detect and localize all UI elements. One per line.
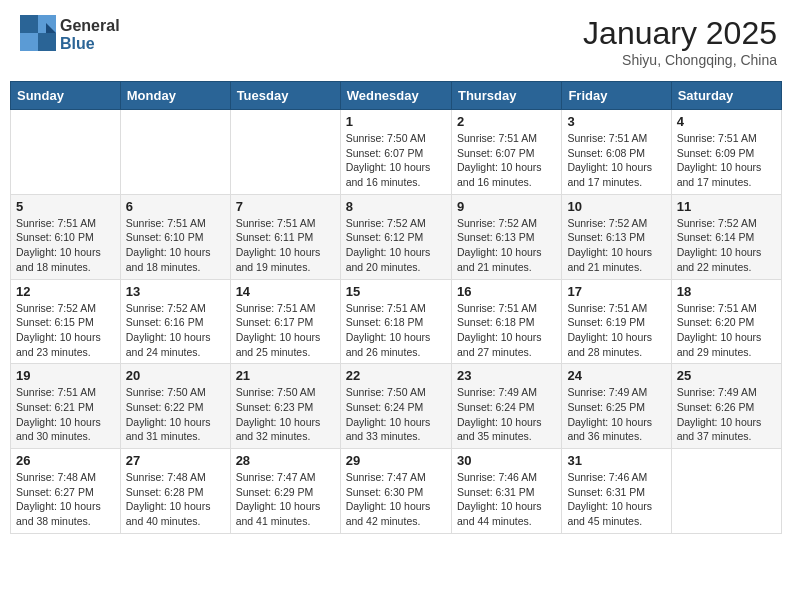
weekday-header-friday: Friday <box>562 82 671 110</box>
day-number: 16 <box>457 284 556 299</box>
day-cell: 13Sunrise: 7:52 AM Sunset: 6:16 PM Dayli… <box>120 279 230 364</box>
day-number: 23 <box>457 368 556 383</box>
day-number: 14 <box>236 284 335 299</box>
day-cell: 27Sunrise: 7:48 AM Sunset: 6:28 PM Dayli… <box>120 449 230 534</box>
weekday-header-row: SundayMondayTuesdayWednesdayThursdayFrid… <box>11 82 782 110</box>
day-info: Sunrise: 7:52 AM Sunset: 6:15 PM Dayligh… <box>16 301 115 360</box>
day-info: Sunrise: 7:52 AM Sunset: 6:16 PM Dayligh… <box>126 301 225 360</box>
day-info: Sunrise: 7:51 AM Sunset: 6:18 PM Dayligh… <box>457 301 556 360</box>
day-info: Sunrise: 7:50 AM Sunset: 6:23 PM Dayligh… <box>236 385 335 444</box>
logo: General Blue <box>20 15 120 55</box>
day-number: 20 <box>126 368 225 383</box>
day-cell: 20Sunrise: 7:50 AM Sunset: 6:22 PM Dayli… <box>120 364 230 449</box>
day-info: Sunrise: 7:49 AM Sunset: 6:24 PM Dayligh… <box>457 385 556 444</box>
day-cell: 28Sunrise: 7:47 AM Sunset: 6:29 PM Dayli… <box>230 449 340 534</box>
day-info: Sunrise: 7:49 AM Sunset: 6:26 PM Dayligh… <box>677 385 776 444</box>
svg-rect-2 <box>20 33 38 51</box>
day-info: Sunrise: 7:46 AM Sunset: 6:31 PM Dayligh… <box>567 470 665 529</box>
day-info: Sunrise: 7:52 AM Sunset: 6:12 PM Dayligh… <box>346 216 446 275</box>
day-info: Sunrise: 7:50 AM Sunset: 6:07 PM Dayligh… <box>346 131 446 190</box>
day-cell: 30Sunrise: 7:46 AM Sunset: 6:31 PM Dayli… <box>451 449 561 534</box>
day-number: 15 <box>346 284 446 299</box>
day-info: Sunrise: 7:52 AM Sunset: 6:13 PM Dayligh… <box>457 216 556 275</box>
month-title: January 2025 <box>583 15 777 52</box>
day-number: 29 <box>346 453 446 468</box>
day-number: 8 <box>346 199 446 214</box>
day-cell: 24Sunrise: 7:49 AM Sunset: 6:25 PM Dayli… <box>562 364 671 449</box>
day-cell <box>230 110 340 195</box>
day-info: Sunrise: 7:51 AM Sunset: 6:17 PM Dayligh… <box>236 301 335 360</box>
day-number: 21 <box>236 368 335 383</box>
week-row-4: 19Sunrise: 7:51 AM Sunset: 6:21 PM Dayli… <box>11 364 782 449</box>
day-cell: 7Sunrise: 7:51 AM Sunset: 6:11 PM Daylig… <box>230 194 340 279</box>
day-info: Sunrise: 7:50 AM Sunset: 6:22 PM Dayligh… <box>126 385 225 444</box>
day-info: Sunrise: 7:52 AM Sunset: 6:14 PM Dayligh… <box>677 216 776 275</box>
day-cell: 21Sunrise: 7:50 AM Sunset: 6:23 PM Dayli… <box>230 364 340 449</box>
day-cell <box>671 449 781 534</box>
day-number: 18 <box>677 284 776 299</box>
day-cell: 5Sunrise: 7:51 AM Sunset: 6:10 PM Daylig… <box>11 194 121 279</box>
day-cell: 2Sunrise: 7:51 AM Sunset: 6:07 PM Daylig… <box>451 110 561 195</box>
location-title: Shiyu, Chongqing, China <box>583 52 777 68</box>
day-cell: 16Sunrise: 7:51 AM Sunset: 6:18 PM Dayli… <box>451 279 561 364</box>
day-info: Sunrise: 7:51 AM Sunset: 6:07 PM Dayligh… <box>457 131 556 190</box>
day-cell: 18Sunrise: 7:51 AM Sunset: 6:20 PM Dayli… <box>671 279 781 364</box>
day-cell: 29Sunrise: 7:47 AM Sunset: 6:30 PM Dayli… <box>340 449 451 534</box>
day-cell: 25Sunrise: 7:49 AM Sunset: 6:26 PM Dayli… <box>671 364 781 449</box>
day-number: 13 <box>126 284 225 299</box>
header: General Blue January 2025 Shiyu, Chongqi… <box>10 10 782 73</box>
day-number: 1 <box>346 114 446 129</box>
weekday-header-sunday: Sunday <box>11 82 121 110</box>
svg-rect-0 <box>20 15 38 33</box>
day-cell: 4Sunrise: 7:51 AM Sunset: 6:09 PM Daylig… <box>671 110 781 195</box>
day-number: 9 <box>457 199 556 214</box>
title-area: January 2025 Shiyu, Chongqing, China <box>583 15 777 68</box>
day-cell: 3Sunrise: 7:51 AM Sunset: 6:08 PM Daylig… <box>562 110 671 195</box>
day-cell <box>11 110 121 195</box>
day-number: 30 <box>457 453 556 468</box>
day-cell: 9Sunrise: 7:52 AM Sunset: 6:13 PM Daylig… <box>451 194 561 279</box>
day-cell: 15Sunrise: 7:51 AM Sunset: 6:18 PM Dayli… <box>340 279 451 364</box>
day-cell: 26Sunrise: 7:48 AM Sunset: 6:27 PM Dayli… <box>11 449 121 534</box>
day-cell <box>120 110 230 195</box>
day-number: 5 <box>16 199 115 214</box>
day-cell: 1Sunrise: 7:50 AM Sunset: 6:07 PM Daylig… <box>340 110 451 195</box>
day-cell: 23Sunrise: 7:49 AM Sunset: 6:24 PM Dayli… <box>451 364 561 449</box>
day-number: 28 <box>236 453 335 468</box>
day-info: Sunrise: 7:51 AM Sunset: 6:10 PM Dayligh… <box>16 216 115 275</box>
day-number: 19 <box>16 368 115 383</box>
day-info: Sunrise: 7:49 AM Sunset: 6:25 PM Dayligh… <box>567 385 665 444</box>
day-info: Sunrise: 7:51 AM Sunset: 6:19 PM Dayligh… <box>567 301 665 360</box>
day-number: 6 <box>126 199 225 214</box>
day-number: 2 <box>457 114 556 129</box>
weekday-header-monday: Monday <box>120 82 230 110</box>
day-info: Sunrise: 7:47 AM Sunset: 6:30 PM Dayligh… <box>346 470 446 529</box>
day-cell: 11Sunrise: 7:52 AM Sunset: 6:14 PM Dayli… <box>671 194 781 279</box>
day-cell: 14Sunrise: 7:51 AM Sunset: 6:17 PM Dayli… <box>230 279 340 364</box>
day-number: 31 <box>567 453 665 468</box>
day-number: 22 <box>346 368 446 383</box>
day-cell: 10Sunrise: 7:52 AM Sunset: 6:13 PM Dayli… <box>562 194 671 279</box>
day-number: 7 <box>236 199 335 214</box>
weekday-header-saturday: Saturday <box>671 82 781 110</box>
day-info: Sunrise: 7:48 AM Sunset: 6:28 PM Dayligh… <box>126 470 225 529</box>
day-info: Sunrise: 7:48 AM Sunset: 6:27 PM Dayligh… <box>16 470 115 529</box>
logo-icon <box>20 15 56 55</box>
day-info: Sunrise: 7:51 AM Sunset: 6:08 PM Dayligh… <box>567 131 665 190</box>
week-row-1: 1Sunrise: 7:50 AM Sunset: 6:07 PM Daylig… <box>11 110 782 195</box>
day-number: 27 <box>126 453 225 468</box>
weekday-header-thursday: Thursday <box>451 82 561 110</box>
svg-rect-3 <box>38 33 56 51</box>
day-number: 25 <box>677 368 776 383</box>
weekday-header-wednesday: Wednesday <box>340 82 451 110</box>
calendar-table: SundayMondayTuesdayWednesdayThursdayFrid… <box>10 81 782 534</box>
day-info: Sunrise: 7:47 AM Sunset: 6:29 PM Dayligh… <box>236 470 335 529</box>
day-info: Sunrise: 7:52 AM Sunset: 6:13 PM Dayligh… <box>567 216 665 275</box>
day-cell: 31Sunrise: 7:46 AM Sunset: 6:31 PM Dayli… <box>562 449 671 534</box>
day-number: 10 <box>567 199 665 214</box>
day-info: Sunrise: 7:50 AM Sunset: 6:24 PM Dayligh… <box>346 385 446 444</box>
day-info: Sunrise: 7:51 AM Sunset: 6:20 PM Dayligh… <box>677 301 776 360</box>
day-number: 24 <box>567 368 665 383</box>
day-number: 12 <box>16 284 115 299</box>
day-info: Sunrise: 7:46 AM Sunset: 6:31 PM Dayligh… <box>457 470 556 529</box>
